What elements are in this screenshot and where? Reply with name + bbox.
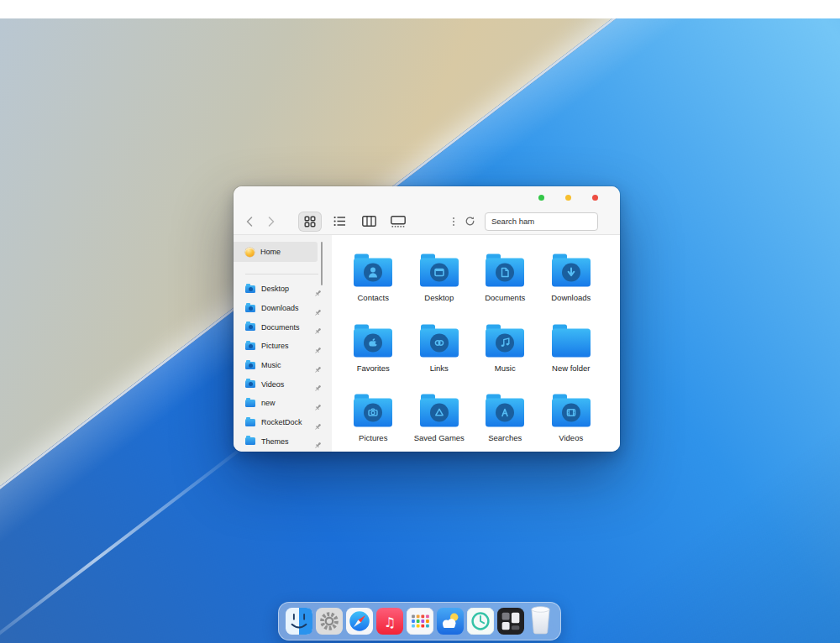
- maximize-button[interactable]: [565, 195, 571, 201]
- sidebar-item-themes[interactable]: Themes: [234, 432, 332, 452]
- sidebar-items: DesktopDownloadsDocumentsPicturesMusicVi…: [234, 280, 332, 451]
- chevron-left-icon: [244, 216, 255, 227]
- close-button[interactable]: [592, 195, 598, 201]
- folder-icon: [352, 392, 394, 429]
- svg-text:♫: ♫: [383, 614, 395, 630]
- folder-grid: ContactsDesktopDocumentsDownloadsFavorit…: [332, 235, 620, 452]
- sidebar-item-label: Themes: [261, 437, 314, 446]
- pin-icon: [314, 309, 322, 316]
- folder-item-contacts[interactable]: Contacts: [340, 252, 407, 322]
- folder-icon: [245, 285, 255, 293]
- folder-item-downloads[interactable]: Downloads: [538, 252, 605, 322]
- sidebar-item-label: new: [261, 399, 314, 407]
- sidebar-scrollbar[interactable]: [321, 242, 323, 285]
- pin-icon: [314, 404, 322, 411]
- pin-icon: [314, 419, 322, 426]
- folder-item-videos[interactable]: Videos: [538, 392, 605, 452]
- view-switcher: [299, 212, 409, 231]
- sidebar-item-label: Documents: [261, 323, 314, 332]
- refresh-icon[interactable]: [465, 216, 475, 227]
- pin-icon: [314, 305, 322, 312]
- sidebar-item-music[interactable]: Music: [234, 356, 332, 375]
- folder-icon: [245, 400, 255, 407]
- sidebar-item-label: Downloads: [261, 304, 314, 312]
- folder-icon: [418, 392, 460, 429]
- home-orb-icon: [245, 248, 255, 257]
- sidebar-divider: [245, 274, 318, 274]
- dock-icon-time-machine[interactable]: [467, 608, 494, 635]
- folder-item-searches[interactable]: Searches: [472, 392, 538, 452]
- pin-icon: [314, 285, 322, 293]
- folder-label: Documents: [485, 293, 525, 302]
- folder-item-desktop[interactable]: Desktop: [407, 252, 473, 322]
- folder-item-music[interactable]: Music: [472, 322, 538, 393]
- folder-icon: [418, 252, 460, 289]
- sidebar-item-label: Music: [261, 361, 314, 369]
- sidebar-item-new[interactable]: new: [234, 394, 332, 413]
- folder-item-saved-games[interactable]: Saved Games: [407, 392, 473, 452]
- gallery-view-icon: [391, 216, 406, 227]
- desktop-screen: Home DesktopDownloadsDocumentsPicturesMu…: [0, 0, 840, 643]
- back-button[interactable]: [242, 214, 257, 229]
- window-titlebar[interactable]: [234, 186, 620, 208]
- file-manager-window: Home DesktopDownloadsDocumentsPicturesMu…: [234, 186, 620, 452]
- search-input[interactable]: [485, 212, 598, 231]
- folder-label: Favorites: [357, 363, 390, 373]
- dock-icon-finder[interactable]: [286, 608, 312, 635]
- gallery-view-button[interactable]: [387, 212, 409, 231]
- sidebar-item-documents[interactable]: Documents: [234, 317, 332, 337]
- dock: ♫: [278, 602, 561, 640]
- folder-item-documents[interactable]: Documents: [472, 252, 538, 322]
- sidebar-item-downloads[interactable]: Downloads: [234, 299, 332, 318]
- grid-view-button[interactable]: [299, 212, 321, 231]
- folder-item-links[interactable]: Links: [407, 322, 473, 393]
- dock-icon-music[interactable]: ♫: [376, 608, 403, 635]
- folder-item-favorites[interactable]: Favorites: [340, 322, 407, 393]
- sidebar-home-label: Home: [260, 248, 281, 256]
- dock-icon-safari[interactable]: [346, 608, 373, 635]
- dock-icon-window-tiles[interactable]: [497, 608, 524, 635]
- dock-icon-launchpad[interactable]: [407, 608, 433, 635]
- window-body: Home DesktopDownloadsDocumentsPicturesMu…: [234, 235, 620, 452]
- dock-icon-weather[interactable]: [437, 608, 464, 635]
- columns-view-icon: [362, 216, 376, 227]
- sidebar-item-home[interactable]: Home: [234, 242, 318, 262]
- pin-icon: [314, 327, 322, 335]
- chevron-right-icon: [266, 216, 276, 227]
- folder-icon: [245, 419, 255, 426]
- folder-item-new-folder[interactable]: New folder: [538, 322, 605, 393]
- folder-label: Searches: [488, 433, 522, 442]
- sidebar-item-rocketdock[interactable]: RocketDock: [234, 413, 332, 432]
- list-view-button[interactable]: [328, 212, 350, 231]
- folder-label: Videos: [559, 433, 583, 442]
- pin-icon: [314, 290, 322, 297]
- sidebar-item-videos[interactable]: Videos: [234, 374, 332, 394]
- pin-icon: [314, 366, 322, 374]
- folder-icon: [550, 392, 592, 429]
- folder-label: Contacts: [358, 293, 390, 302]
- folder-label: Pictures: [359, 433, 387, 442]
- pin-icon: [314, 442, 322, 449]
- sidebar-item-pictures[interactable]: Pictures: [234, 337, 332, 356]
- folder-label: Links: [430, 363, 449, 373]
- grid-view-icon: [304, 216, 316, 227]
- dock-icon-system-settings[interactable]: [316, 608, 343, 635]
- folder-icon: [245, 437, 255, 445]
- more-options-icon[interactable]: [452, 217, 455, 227]
- folder-item-pictures[interactable]: Pictures: [340, 392, 407, 452]
- top-white-bar: [0, 0, 840, 18]
- sidebar-item-desktop[interactable]: Desktop: [234, 280, 332, 299]
- folder-label: Downloads: [551, 293, 591, 302]
- folder-icon: [484, 392, 526, 429]
- folder-icon: [418, 322, 460, 359]
- folder-label: Desktop: [424, 293, 454, 302]
- minimize-button[interactable]: [538, 195, 544, 201]
- dock-icon-trash[interactable]: [528, 608, 554, 635]
- folder-icon: [245, 342, 255, 350]
- forward-button[interactable]: [264, 214, 279, 229]
- columns-view-button[interactable]: [358, 212, 380, 231]
- pin-icon: [314, 342, 322, 350]
- pin-icon: [314, 362, 322, 369]
- sidebar: Home DesktopDownloadsDocumentsPicturesMu…: [234, 235, 332, 452]
- folder-icon: [484, 252, 526, 289]
